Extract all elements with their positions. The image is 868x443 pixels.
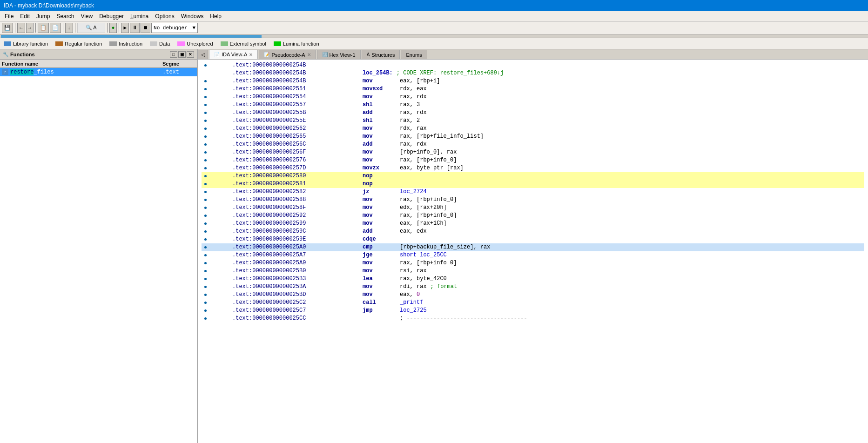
toolbar-run[interactable]: ▶: [121, 23, 129, 33]
code-view[interactable]: .text:000000000000254B .text:00000000000…: [198, 60, 868, 443]
legend-lumina-color: [274, 41, 281, 46]
menu-edit[interactable]: Edit: [17, 13, 33, 20]
dot-31: [202, 302, 209, 304]
toolbar-forward[interactable]: →: [26, 23, 34, 33]
functions-list[interactable]: f restore_files .text: [0, 68, 197, 443]
toolbar-green-circle[interactable]: ●: [109, 23, 117, 33]
menu-file[interactable]: File: [2, 13, 16, 20]
mnem-22: add: [363, 228, 400, 235]
menu-help[interactable]: Help: [207, 13, 224, 20]
addr-10: .text:0000000000002565: [232, 133, 363, 141]
op-10: rax, [rbp+file_info_list]: [400, 133, 484, 141]
col-segment: Segme: [162, 61, 195, 67]
dot-27: [202, 270, 209, 272]
menu-jump[interactable]: Jump: [34, 13, 53, 20]
code-line-33: .text:00000000000025CC ; ---------------…: [202, 315, 864, 322]
function-row-restore-files[interactable]: f restore_files .text: [0, 68, 197, 76]
code-line-31: .text:00000000000025C2 call _printf: [202, 299, 864, 307]
dot-12: [202, 151, 209, 154]
tab-close-pseudo[interactable]: ✕: [307, 52, 311, 57]
dot-2: [202, 72, 209, 74]
addr-17: .text:0000000000002582: [232, 188, 363, 196]
dot-28: [202, 278, 209, 280]
addr-5: .text:0000000000002554: [232, 93, 363, 101]
dot-23: [202, 238, 209, 241]
toolbar-search[interactable]: 🔍 A: [77, 23, 105, 33]
dot-33: [202, 317, 209, 320]
toolbar-copy[interactable]: 📋: [38, 23, 49, 33]
code-line-32: .text:00000000000025C7 jmp loc_2725: [202, 307, 864, 315]
tab-enums[interactable]: Enums: [401, 50, 427, 59]
menu-windows[interactable]: Windows: [178, 13, 207, 20]
toolbar-paste[interactable]: 📄: [50, 23, 61, 33]
code-line-8: .text:000000000000255E shl rax, 2: [202, 117, 864, 125]
menu-debugger[interactable]: Debugger: [96, 13, 127, 20]
mnem-17: jz: [363, 188, 400, 196]
toolbar-sep3: [63, 23, 63, 33]
dot-13: [202, 159, 209, 161]
panel-close[interactable]: ✕: [187, 51, 194, 58]
op-18: rax, [rbp+info_0]: [400, 196, 457, 204]
op-17: loc_2724: [400, 188, 427, 196]
mnem-9: mov: [363, 125, 400, 133]
function-name-rest: _files: [34, 69, 54, 75]
menu-search[interactable]: Search: [54, 13, 77, 20]
op-19: edx, [rax+20h]: [400, 204, 447, 212]
addr-1: .text:000000000000254B: [232, 61, 363, 69]
title-bar: IDA - myback D:\Downloads\myback: [0, 0, 868, 11]
panel-maximize[interactable]: ▣: [178, 51, 186, 58]
tab-hex-view-1[interactable]: 🔢 Hex View-1: [317, 50, 361, 59]
debugger-dropdown[interactable]: No debugger ▼: [151, 23, 198, 33]
toolbar-pause[interactable]: ⏸: [130, 23, 140, 33]
mnem-11: add: [363, 141, 400, 148]
addr-9: .text:0000000000002562: [232, 125, 363, 133]
addr-12: .text:000000000000256F: [232, 148, 363, 156]
dot-5: [202, 96, 209, 98]
op-24: [rbp+backup_file_size], rax: [400, 243, 490, 251]
code-line-23: .text:000000000000259E cdqe: [202, 235, 864, 243]
code-line-27: .text:00000000000025B0 mov rsi, rax: [202, 267, 864, 275]
menu-options[interactable]: Options: [152, 13, 177, 20]
legend-data-label: Data: [159, 41, 170, 47]
op-30: eax, 0: [400, 291, 420, 299]
addr-22: .text:000000000000259C: [232, 228, 363, 235]
addr-15: .text:0000000000002580: [232, 172, 363, 180]
code-line-29: .text:00000000000025BA mov rdi, rax ; fo…: [202, 283, 864, 291]
mnem-32: jmp: [363, 307, 400, 315]
toolbar-sep4: [75, 23, 75, 33]
mnem-13: mov: [363, 156, 400, 164]
function-name: restore_files: [10, 69, 162, 75]
mnem-3: mov: [363, 77, 400, 85]
dot-14: [202, 167, 209, 169]
mnem-15: nop: [363, 172, 400, 180]
mnem-8: shl: [363, 117, 400, 125]
toolbar-back[interactable]: ←: [17, 23, 25, 33]
op-27: rsi, rax: [400, 267, 427, 275]
main-layout: 🔧 Functions □ ▣ ✕ Function name Segme f …: [0, 49, 868, 443]
op-13: rax, [rbp+info_0]: [400, 156, 457, 164]
legend-external-color: [221, 41, 228, 46]
toolbar-save[interactable]: 💾: [2, 23, 13, 33]
code-line-26: .text:00000000000025A9 mov rax, [rbp+inf…: [202, 259, 864, 267]
addr-19: .text:000000000000258F: [232, 204, 363, 212]
menu-lumina[interactable]: Lumina: [128, 13, 151, 20]
tab-ida-view-a[interactable]: 📄 IDA View-A ✕: [209, 50, 258, 59]
menu-view[interactable]: View: [78, 13, 95, 20]
tab-nav-left[interactable]: ◁: [198, 50, 208, 59]
toolbar-down[interactable]: ↓: [65, 23, 73, 33]
tab-pseudocode-a[interactable]: 📝 Pseudocode-A ✕: [259, 50, 316, 59]
toolbar-stop[interactable]: ⏹: [141, 23, 150, 33]
toolbar: 💾 ← → 📋 📄 ↓ 🔍 A ● ▶ ⏸ ⏹ No debugger ▼: [0, 21, 868, 34]
panel-restore[interactable]: □: [170, 51, 177, 58]
tab-structures[interactable]: A Structures: [362, 50, 400, 59]
functions-icon: 🔧: [3, 52, 8, 57]
tab-close-ida[interactable]: ✕: [249, 52, 253, 57]
code-line-19: .text:000000000000258F mov edx, [rax+20h…: [202, 204, 864, 212]
addr-8: .text:000000000000255E: [232, 117, 363, 125]
legend-data-color: [150, 41, 157, 46]
dot-11: [202, 143, 209, 146]
op-7: rax, rdx: [400, 109, 427, 117]
op-3: eax, [rbp+i]: [400, 77, 440, 85]
functions-panel: 🔧 Functions □ ▣ ✕ Function name Segme f …: [0, 49, 198, 443]
mnem-12: mov: [363, 148, 400, 156]
